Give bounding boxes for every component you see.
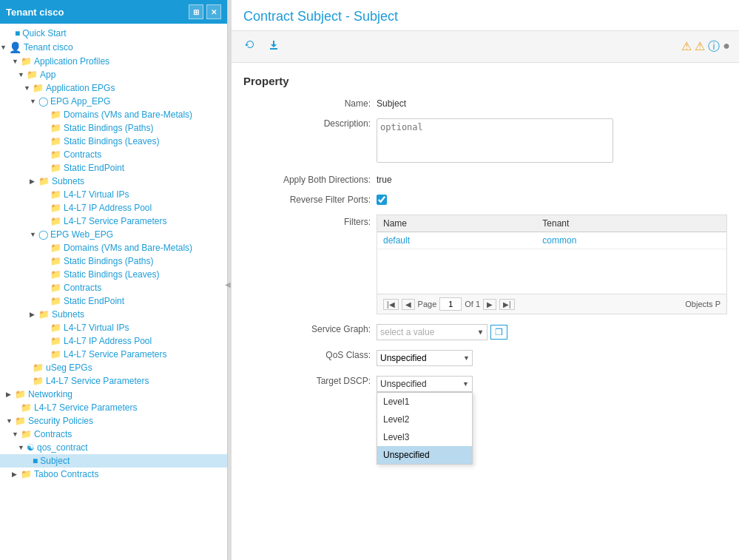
folder-icon: 📁	[33, 362, 44, 373]
sidebar-item-static-endpoint-app[interactable]: 📁 Static EndPoint	[0, 161, 227, 175]
sidebar-item-subnets-app[interactable]: 📁 Subnets	[0, 175, 227, 188]
first-page-button[interactable]: |◀	[383, 299, 399, 310]
prev-page-button[interactable]: ◀	[402, 299, 415, 310]
subnets-arrow	[30, 178, 38, 185]
sidebar-item-app[interactable]: 📁 App	[0, 68, 227, 81]
sidebar-item-static-leaves-app[interactable]: 📁 Static Bindings (Leaves)	[0, 135, 227, 148]
sidebar-item-domains-app[interactable]: 📁 Domains (VMs and Bare-Metals)	[0, 108, 227, 121]
sidebar-item-static-paths-web[interactable]: 📁 Static Bindings (Paths)	[0, 254, 227, 268]
sidebar-item-security-policies[interactable]: 📁 Security Policies	[0, 414, 227, 428]
next-page-button[interactable]: ▶	[483, 299, 496, 310]
sidebar-icons: ⊞ ✕	[189, 4, 221, 19]
table-row[interactable]: default common	[377, 232, 726, 249]
service-graph-wrapper: select a value ▼ ❐	[377, 324, 727, 340]
sidebar-title: Tenant cisco	[6, 7, 64, 18]
dscp-option-unspecified[interactable]: Unspecified	[377, 446, 472, 464]
sidebar-item-subject[interactable]: ■ Subject	[0, 454, 227, 468]
sidebar-item-taboo-contracts[interactable]: 📁 Taboo Contracts	[0, 468, 227, 481]
sidebar-item-app-profiles[interactable]: 📁 Application Profiles	[0, 55, 227, 68]
content-area: Property Name: Subject Description: Appl…	[232, 63, 739, 560]
sidebar-item-label: Contracts	[64, 149, 101, 160]
sidebar-item-static-endpoint-web[interactable]: 📁 Static EndPoint	[0, 294, 227, 308]
filter-tenant-cell: common	[536, 232, 726, 249]
description-value	[377, 116, 727, 165]
refresh-button[interactable]	[240, 37, 260, 56]
sidebar-item-networking[interactable]: 📁 Networking	[0, 388, 227, 401]
folder-icon: 📁	[50, 123, 61, 133]
folder-icon: 📁	[21, 402, 32, 413]
service-graph-select[interactable]: select a value ▼	[377, 324, 487, 340]
target-dscp-container: Unspecified ▼ Level1 Level2 Level3 Unspe…	[377, 376, 473, 392]
last-page-button[interactable]: ▶|	[499, 299, 515, 310]
dscp-arrow-icon: ▼	[462, 380, 469, 388]
pagination: |◀ ◀ Page Of 1 ▶ ▶| Objects P	[377, 294, 726, 314]
grid-icon[interactable]: ⊞	[189, 4, 203, 19]
sidebar-item-label: EPG Web_EPG	[50, 229, 113, 240]
main-panel: Contract Subject - Subject ⚠ ⚠ ⓘ ● Prope…	[232, 0, 739, 560]
sidebar-item-app-epgs[interactable]: 📁 Application EPGs	[0, 81, 227, 95]
folder-icon: 📁	[50, 336, 61, 346]
folder-icon: 📁	[50, 243, 61, 253]
description-input[interactable]	[377, 118, 613, 163]
sidebar-tree: ■ Quick Start 👤 Tenant cisco 📁 Applicati…	[0, 24, 227, 560]
target-dscp-select-btn[interactable]: Unspecified ▼	[377, 376, 473, 392]
dscp-option-level2[interactable]: Level2	[377, 411, 472, 428]
sidebar-item-static-paths-app[interactable]: 📁 Static Bindings (Paths)	[0, 121, 227, 135]
main-header: Contract Subject - Subject	[232, 0, 739, 31]
sidebar-item-label: L4-L7 Service Parameters	[34, 402, 137, 413]
description-label: Description:	[243, 116, 377, 129]
sidebar-item-l4l7-ip-web[interactable]: 📁 L4-L7 IP Address Pool	[0, 334, 227, 348]
description-row: Description:	[243, 116, 727, 165]
sidebar-item-l4l7-svc-web[interactable]: 📁 L4-L7 Service Parameters	[0, 348, 227, 361]
folder-icon: 📁	[50, 256, 61, 266]
app-epgs-arrow	[24, 84, 33, 92]
dscp-option-level1[interactable]: Level1	[377, 393, 472, 411]
col-tenant: Tenant	[536, 215, 726, 232]
apply-both-row: Apply Both Directions: true	[243, 172, 727, 185]
contracts-sec-arrow	[12, 431, 21, 438]
epg-web-arrow	[30, 231, 38, 238]
sidebar-item-domains-web[interactable]: 📁 Domains (VMs and Bare-Metals)	[0, 241, 227, 254]
sidebar-item-quick-start[interactable]: ■ Quick Start	[0, 27, 227, 40]
sidebar-item-l4l7-svc-top[interactable]: 📁 L4-L7 Service Parameters	[0, 401, 227, 414]
sidebar-item-subnets-web[interactable]: 📁 Subnets	[0, 308, 227, 321]
service-graph-label: Service Graph:	[243, 322, 377, 334]
sidebar-item-static-leaves-web[interactable]: 📁 Static Bindings (Leaves)	[0, 268, 227, 281]
sidebar-item-l4l7-svc-app[interactable]: 📁 L4-L7 Service Parameters	[0, 215, 227, 228]
qos-class-select[interactable]: Unspecified	[377, 350, 473, 366]
filters-value: Name Tenant default common	[377, 215, 727, 314]
sidebar-item-l4l7-vips-app[interactable]: 📁 L4-L7 Virtual IPs	[0, 188, 227, 201]
sidebar-item-contracts-web[interactable]: 📁 Contracts	[0, 281, 227, 294]
sidebar-item-label: L4-L7 IP Address Pool	[64, 203, 152, 213]
sidebar-item-qos-contract[interactable]: ☯ qos_contract	[0, 441, 227, 454]
download-button[interactable]	[264, 37, 283, 56]
folder-icon: 📁	[50, 203, 61, 213]
dscp-option-level3[interactable]: Level3	[377, 428, 472, 446]
page-input[interactable]	[439, 297, 462, 311]
external-link-button[interactable]: ❐	[490, 325, 507, 340]
sidebar-item-contracts-app[interactable]: 📁 Contracts	[0, 148, 227, 161]
resize-handle[interactable]	[228, 0, 232, 560]
sidebar-item-tenant-cisco[interactable]: 👤 Tenant cisco	[0, 40, 227, 55]
sidebar-item-useg-epgs[interactable]: 📁 uSeg EPGs	[0, 361, 227, 374]
sidebar-item-l4l7-vips-web[interactable]: 📁 L4-L7 Virtual IPs	[0, 321, 227, 334]
folder-icon: 📁	[21, 56, 32, 67]
objects-per-page: Objects P	[685, 300, 721, 308]
reverse-filter-checkbox[interactable]	[377, 195, 387, 205]
sidebar-item-l4l7-svc-app2[interactable]: 📁 L4-L7 Service Parameters	[0, 374, 227, 388]
settings-icon[interactable]: ✕	[206, 4, 221, 19]
sidebar-item-epg-web[interactable]: ◯ EPG Web_EPG	[0, 228, 227, 241]
tenant-icon: 👤	[9, 41, 21, 53]
reverse-filter-value	[377, 192, 727, 207]
sidebar-item-contracts-sec[interactable]: 📁 Contracts	[0, 428, 227, 441]
folder-icon: 📁	[15, 416, 26, 426]
sidebar-item-label: Subject	[40, 456, 70, 466]
security-arrow	[6, 417, 15, 425]
app-arrow	[18, 71, 27, 78]
networking-arrow	[6, 391, 15, 398]
sidebar-item-label: L4-L7 IP Address Pool	[64, 336, 152, 346]
folder-icon: 📁	[50, 109, 61, 120]
folder-icon: 📁	[21, 469, 32, 479]
sidebar-item-epg-app[interactable]: ◯ EPG App_EPG	[0, 95, 227, 108]
sidebar-item-l4l7-ip-app[interactable]: 📁 L4-L7 IP Address Pool	[0, 201, 227, 215]
